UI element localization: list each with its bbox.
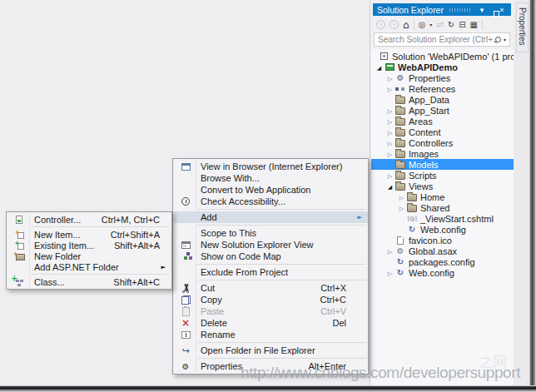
expand-arrow-icon[interactable] (385, 137, 395, 148)
window-edge-right (529, 0, 536, 392)
tree-item-views[interactable]: Views (371, 181, 514, 191)
folder-icon (395, 171, 406, 181)
expand-arrow-icon[interactable] (375, 62, 384, 72)
autohide-channel (514, 0, 530, 385)
menu-item-view-in-browser[interactable]: View in Browser (Internet Explorer) (173, 161, 368, 172)
menu-separator (197, 225, 366, 226)
menu-item-class[interactable]: Class... Shift+Alt+C (7, 276, 171, 287)
new-item-icon (17, 232, 24, 239)
search-input[interactable]: Search Solution Explorer (Ctrl+;) ▾ (374, 32, 510, 47)
menu-separator (197, 342, 366, 343)
menu-item-delete[interactable]: × Delete Del (173, 317, 368, 329)
menu-item-rename[interactable]: Rename (173, 329, 368, 340)
tree-item-webapidemo[interactable]: WebAPIDemo (371, 62, 514, 72)
collapse-all-icon[interactable]: ⊟ (459, 21, 465, 29)
menu-item-add[interactable]: Add ► (173, 211, 368, 223)
existing-item-icon (17, 243, 24, 250)
tree-item-views-webconfig[interactable]: ↻ Web.config (371, 224, 514, 235)
search-placeholder: Search Solution Explorer (Ctrl+;) (378, 35, 494, 44)
tree-item-controllers[interactable]: Controllers (371, 137, 514, 148)
copy-icon (181, 295, 191, 305)
menu-item-open-folder-in-file-explorer[interactable]: ↪ Open Folder in File Explorer (173, 345, 368, 356)
expand-arrow-icon[interactable] (385, 72, 395, 83)
back-icon[interactable]: ‹ (376, 20, 385, 29)
tree-item-areas[interactable]: Areas (371, 116, 514, 127)
expand-arrow-icon[interactable] (385, 246, 395, 256)
expand-arrow-icon[interactable] (385, 127, 395, 137)
tree-item-solution[interactable]: Solution 'WebAPIDemo' (1 project) (371, 51, 514, 62)
tree-item-webconfig[interactable]: ↻ Web.config (371, 267, 514, 278)
switch-views-icon[interactable]: ◎ (419, 21, 426, 29)
delete-icon: × (181, 318, 190, 328)
menu-separator (31, 226, 170, 227)
menu-item-exclude-from-project[interactable]: Exclude From Project (173, 266, 368, 278)
menu-item-convert-to-web-application[interactable]: Convert to Web Application (173, 184, 368, 196)
expand-arrow-icon[interactable] (385, 116, 395, 127)
expand-arrow-icon[interactable] (385, 267, 395, 278)
solution-tree: Solution 'WebAPIDemo' (1 project) WebAPI… (371, 49, 514, 385)
tree-item-packages-config[interactable]: ↻ packages.config (371, 256, 514, 267)
context-menu: View in Browser (Internet Explorer) Brow… (172, 158, 369, 375)
tree-item-references[interactable]: References (371, 83, 514, 94)
switch-views-chevron-icon[interactable]: ▾ (429, 22, 432, 27)
new-folder-icon (16, 254, 25, 261)
menu-item-new-item[interactable]: New Item... Ctrl+Shift+A (7, 229, 171, 240)
tree-item-home[interactable]: Home (371, 191, 514, 202)
menu-item-copy[interactable]: Copy Ctrl+C (173, 294, 368, 305)
expand-arrow-icon[interactable] (385, 170, 395, 181)
menu-item-cut[interactable]: Cut Ctrl+X (173, 282, 368, 294)
config-icon: ↻ (395, 268, 406, 278)
refresh-icon[interactable]: ↻ (448, 21, 454, 29)
forward-icon[interactable]: › (390, 20, 399, 29)
home-icon[interactable]: ⌂ (403, 20, 409, 30)
expand-arrow-icon[interactable] (397, 202, 406, 213)
menu-item-new-folder[interactable]: New Folder (7, 251, 171, 261)
expand-arrow-icon[interactable] (385, 105, 395, 116)
expand-arrow-icon[interactable] (385, 181, 395, 191)
url-watermark: http://www.cnblogs.com/developersupport (241, 364, 520, 382)
window-position-chevron-icon[interactable]: ▾ (477, 6, 487, 14)
tree-item-properties[interactable]: ⚙ Properties (371, 72, 514, 83)
wrench-icon: ⚙ (182, 362, 190, 371)
solution-explorer-titlebar[interactable]: Solution Explorer ▾ × (373, 3, 511, 16)
menu-item-add-aspnet-folder[interactable]: Add ASP.NET Folder ► (7, 261, 171, 272)
expand-arrow-icon[interactable] (385, 83, 395, 94)
class-icon (15, 280, 23, 286)
tree-item-scripts[interactable]: Scripts (371, 170, 514, 181)
toolbar-divider (482, 20, 483, 30)
submenu-arrow-icon: ► (358, 214, 362, 221)
menu-item-existing-item[interactable]: Existing Item... Shift+Alt+A (7, 240, 171, 251)
search-options-chevron-icon[interactable]: ▾ (504, 37, 506, 42)
tree-item-models[interactable]: Models (371, 159, 514, 170)
menu-item-browse-with[interactable]: Browse With... (173, 172, 368, 184)
tree-item-app-data[interactable]: App_Data (371, 94, 514, 105)
code-map-icon (184, 256, 187, 260)
tree-item-content[interactable]: Content (371, 127, 514, 137)
folder-icon (395, 106, 406, 116)
folder-icon (395, 117, 406, 127)
titlebar-grip (449, 8, 471, 12)
menu-item-check-accessibility[interactable]: Check Accessibility... (173, 196, 368, 207)
global-asax-icon: ⚙ (395, 246, 406, 256)
menu-item-scope-to-this[interactable]: Scope to This (173, 227, 368, 239)
menu-item-show-on-code-map[interactable]: Show on Code Map (173, 251, 368, 262)
menu-separator (197, 209, 366, 210)
tree-item-app-start[interactable]: App_Start (371, 105, 514, 116)
vs-window: Solution Explorer ▾ × ‹ › ⌂ ◎ ▾ ⇄ ↻ ⊟ ▦ … (0, 0, 536, 392)
tree-item-images[interactable]: Images (371, 148, 514, 159)
tree-item-viewstart[interactable]: [@] _ViewStart.cshtml (371, 213, 514, 224)
expand-arrow-icon[interactable] (385, 148, 395, 159)
submenu-arrow-icon: ► (161, 264, 166, 270)
show-all-files-icon[interactable]: ▦ (470, 21, 478, 29)
tab-properties[interactable]: Properties (516, 2, 529, 52)
menu-item-controller[interactable]: Controller... Ctrl+M, Ctrl+C (7, 214, 171, 225)
menu-item-new-solution-explorer-view[interactable]: New Solution Explorer View (173, 239, 368, 251)
tree-item-shared[interactable]: Shared (371, 202, 514, 213)
menu-item-paste[interactable]: Paste Ctrl+V (173, 305, 368, 317)
expand-arrow-icon[interactable] (397, 191, 406, 202)
tree-item-favicon[interactable]: favicon.ico (371, 235, 514, 246)
cut-icon (181, 284, 190, 293)
tree-item-global-asax[interactable]: ⚙ Global.asax (371, 246, 514, 256)
sync-active-document-icon[interactable]: ⇄ (436, 21, 443, 29)
rename-icon (181, 331, 191, 339)
